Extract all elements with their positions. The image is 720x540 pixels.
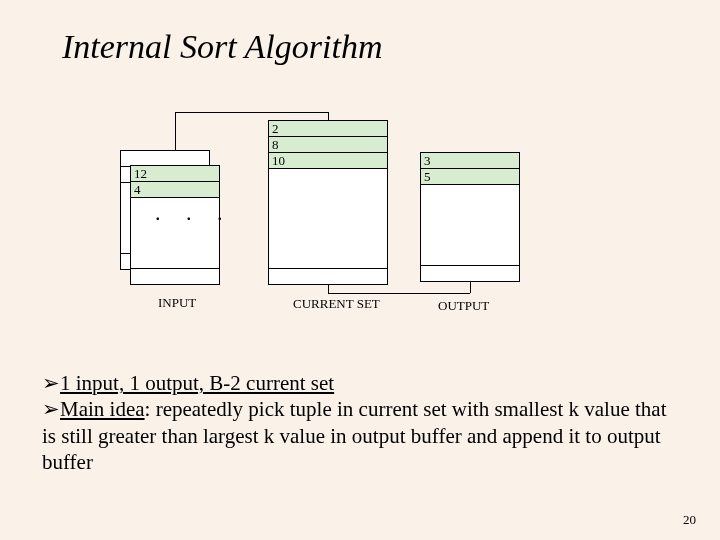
diagram-area: 12 4 . . . INPUT 2 8 10 CURRENT SET 3 5 … xyxy=(120,120,600,340)
bullet-arrow-icon: ➢ xyxy=(42,397,60,420)
current-set-box: 2 8 10 xyxy=(268,120,388,285)
output-box: 3 5 xyxy=(420,152,520,282)
page-number: 20 xyxy=(683,512,696,528)
output-row: 5 xyxy=(421,169,519,185)
bullet-arrow-icon: ➢ xyxy=(42,371,60,394)
input-row-empty xyxy=(131,268,219,284)
ellipsis-dots: . . . xyxy=(155,200,233,226)
current-row: 8 xyxy=(269,137,387,153)
current-set-label: CURRENT SET xyxy=(293,296,380,312)
wire xyxy=(175,112,176,150)
wire xyxy=(175,112,328,113)
bullet-1: ➢1 input, 1 output, B-2 current set xyxy=(42,370,680,396)
bullet-1-text: 1 input, 1 output, B-2 current set xyxy=(60,371,334,395)
page-title: Internal Sort Algorithm xyxy=(62,28,383,66)
output-label: OUTPUT xyxy=(438,298,489,314)
bullet-2-lead: Main idea xyxy=(60,397,145,421)
current-row: 2 xyxy=(269,121,387,137)
output-row-empty xyxy=(421,265,519,281)
input-row: 12 xyxy=(131,166,219,182)
output-row: 3 xyxy=(421,153,519,169)
bullet-list: ➢1 input, 1 output, B-2 current set ➢Mai… xyxy=(42,370,680,475)
current-row-empty xyxy=(269,268,387,284)
wire xyxy=(470,282,471,293)
input-row: 4 xyxy=(131,182,219,198)
input-label: INPUT xyxy=(158,295,196,311)
wire xyxy=(328,285,329,293)
bullet-2: ➢Main idea: repeatedly pick tuple in cur… xyxy=(42,396,680,475)
wire xyxy=(328,293,470,294)
current-row: 10 xyxy=(269,153,387,169)
wire xyxy=(328,112,329,120)
